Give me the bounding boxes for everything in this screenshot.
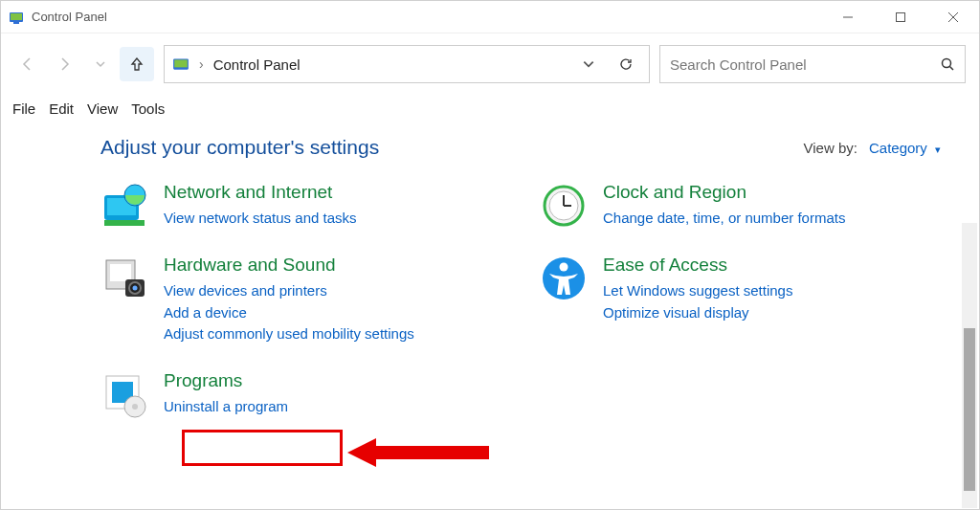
- left-column: Network and Internet View network status…: [100, 182, 501, 443]
- breadcrumb-root[interactable]: Control Panel: [213, 56, 301, 73]
- svg-point-9: [943, 59, 951, 68]
- titlebar: Control Panel: [1, 1, 979, 33]
- up-button[interactable]: [120, 47, 154, 81]
- category-link[interactable]: View devices and printers: [164, 281, 414, 300]
- vertical-scrollbar[interactable]: [962, 223, 977, 508]
- category-ease-of-access: Ease of Access Let Windows suggest setti…: [540, 255, 941, 324]
- viewby-dropdown[interactable]: Category ▾: [869, 140, 941, 156]
- programs-icon: [100, 370, 148, 418]
- svg-point-19: [133, 286, 138, 291]
- search-placeholder: Search Control Panel: [670, 56, 940, 73]
- forward-button[interactable]: [47, 47, 81, 81]
- chevron-down-icon: ▾: [935, 144, 941, 155]
- search-input[interactable]: Search Control Panel: [659, 45, 966, 83]
- svg-rect-1: [11, 13, 22, 20]
- category-link[interactable]: Change date, time, or number formats: [603, 209, 845, 228]
- network-icon: [100, 182, 148, 230]
- breadcrumb-icon: [172, 55, 189, 73]
- category-title[interactable]: Ease of Access: [603, 255, 727, 276]
- category-link[interactable]: Add a device: [164, 303, 414, 322]
- svg-rect-14: [104, 220, 145, 226]
- svg-rect-16: [110, 264, 131, 281]
- category-programs: Programs Uninstall a program: [100, 370, 501, 418]
- scrollbar-thumb[interactable]: [964, 328, 975, 491]
- menubar: File Edit View Tools: [1, 95, 979, 126]
- back-button[interactable]: [11, 47, 45, 81]
- category-hardware: Hardware and Sound View devices and prin…: [100, 255, 501, 345]
- nav-row: › Control Panel Search Control Panel: [1, 33, 979, 95]
- svg-line-10: [950, 67, 954, 71]
- hardware-icon: [100, 255, 148, 302]
- category-link[interactable]: Optimize visual display: [603, 303, 792, 322]
- control-panel-app-icon: [9, 10, 24, 25]
- category-link[interactable]: Let Windows suggest settings: [603, 281, 792, 300]
- recent-locations-dropdown[interactable]: [83, 47, 118, 81]
- menu-tools[interactable]: Tools: [131, 100, 165, 117]
- category-link[interactable]: Adjust commonly used mobility settings: [164, 324, 414, 344]
- svg-rect-2: [13, 22, 19, 24]
- window-title: Control Panel: [32, 10, 107, 24]
- category-link[interactable]: View network status and tasks: [164, 209, 357, 228]
- address-bar[interactable]: › Control Panel: [164, 45, 650, 83]
- category-network: Network and Internet View network status…: [100, 182, 501, 230]
- category-title[interactable]: Programs: [164, 370, 242, 391]
- category-link[interactable]: Uninstall a program: [164, 397, 288, 416]
- menu-edit[interactable]: Edit: [49, 100, 74, 117]
- minimize-button[interactable]: [821, 1, 874, 33]
- address-dropdown-icon[interactable]: [574, 57, 603, 71]
- accessibility-icon: [540, 255, 588, 302]
- refresh-button[interactable]: [611, 56, 641, 72]
- category-title[interactable]: Clock and Region: [603, 182, 746, 203]
- category-clock: Clock and Region Change date, time, or n…: [540, 182, 941, 230]
- svg-rect-8: [174, 60, 188, 68]
- category-title[interactable]: Network and Internet: [164, 182, 332, 203]
- page-heading: Adjust your computer's settings: [100, 136, 804, 159]
- right-column: Clock and Region Change date, time, or n…: [540, 182, 941, 443]
- menu-file[interactable]: File: [12, 100, 35, 117]
- breadcrumb-separator-icon: ›: [197, 56, 206, 72]
- clock-icon: [540, 182, 588, 230]
- viewby-value: Category: [869, 140, 927, 156]
- search-icon[interactable]: [940, 56, 955, 72]
- viewby-label: View by:: [804, 140, 858, 156]
- svg-point-23: [132, 404, 138, 410]
- svg-point-29: [560, 263, 568, 272]
- window-controls: [821, 1, 979, 33]
- menu-view[interactable]: View: [87, 100, 118, 117]
- maximize-button[interactable]: [874, 1, 926, 33]
- svg-rect-4: [896, 12, 904, 21]
- content-area: Adjust your computer's settings View by:…: [1, 126, 979, 508]
- category-title[interactable]: Hardware and Sound: [164, 255, 336, 276]
- close-button[interactable]: [926, 1, 979, 33]
